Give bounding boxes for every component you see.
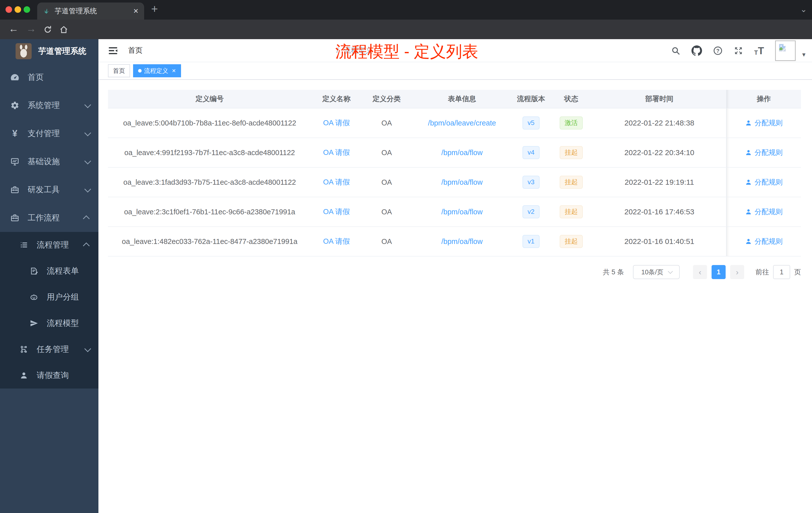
new-tab-button[interactable]: + <box>151 2 158 16</box>
sidebar-item-user-group[interactable]: 用户分组 <box>0 284 98 310</box>
avatar-caret-icon[interactable]: ▾ <box>802 51 806 58</box>
tab-close-icon[interactable]: ✕ <box>133 7 139 15</box>
sidebar-item-leave-query[interactable]: 请假查询 <box>0 362 98 389</box>
forward-icon[interactable]: → <box>26 23 36 34</box>
tag-process-definition[interactable]: 流程定义 ✕ <box>133 64 181 77</box>
sidebar-item-home[interactable]: 首页 <box>0 63 98 91</box>
form-link[interactable]: /bpm/oa/flow <box>441 237 483 246</box>
sidebar-item-workflow[interactable]: 工作流程 <box>0 204 98 232</box>
tab-search-icon[interactable]: ⌄ <box>800 4 807 14</box>
sidebar-item-process-model[interactable]: 流程模型 <box>0 310 98 336</box>
chevron-down-icon <box>84 345 91 352</box>
deploy-time: 2022-01-22 20:34:10 <box>592 148 726 157</box>
workflow-submenu: 流程管理 流程表单 <box>0 232 98 389</box>
tag-label: 首页 <box>113 67 125 75</box>
version-badge: v4 <box>522 146 539 159</box>
font-size-icon[interactable]: TT <box>754 46 764 56</box>
definition-category: OA <box>361 178 412 186</box>
breadcrumb-home[interactable]: 首页 <box>128 46 331 56</box>
mac-close-button[interactable] <box>5 6 12 13</box>
sidebar-item-infra[interactable]: 基础设施 <box>0 148 98 176</box>
definition-name-link[interactable]: OA 请假 <box>323 118 350 128</box>
assign-rule-button[interactable]: 分配规则 <box>745 148 783 157</box>
tab-title: 芋道管理系统 <box>55 6 133 16</box>
toolbox-icon <box>10 213 20 222</box>
goto-page-input[interactable] <box>773 265 790 279</box>
tag-label: 流程定义 <box>144 67 168 75</box>
version-badge: v1 <box>522 235 539 248</box>
sidebar-item-label: 流程表单 <box>47 266 79 277</box>
col-header: 部署时间 <box>592 94 726 104</box>
definition-name-link[interactable]: OA 请假 <box>323 177 350 187</box>
assign-rule-label: 分配规则 <box>754 148 783 157</box>
definition-name-link[interactable]: OA 请假 <box>323 207 350 217</box>
mac-zoom-button[interactable] <box>24 6 30 13</box>
form-edit-icon <box>29 266 39 276</box>
sidebar-item-task-mgmt[interactable]: 任务管理 <box>0 336 98 362</box>
svg-text:?: ? <box>716 48 719 54</box>
assign-rule-button[interactable]: 分配规则 <box>745 177 783 187</box>
chevron-down-icon <box>84 186 91 192</box>
status-badge: 挂起 <box>560 146 583 159</box>
sidebar-item-process-mgmt[interactable]: 流程管理 <box>0 232 98 258</box>
form-link[interactable]: /bpm/oa/flow <box>441 208 483 216</box>
definition-category: OA <box>361 149 412 157</box>
chevron-up-icon <box>83 215 90 222</box>
assign-rule-label: 分配规则 <box>754 177 783 187</box>
col-header: 操作 <box>726 90 801 108</box>
page-size-select[interactable]: 10条/页 <box>633 265 680 279</box>
search-icon[interactable] <box>671 46 680 56</box>
back-icon[interactable]: ← <box>8 23 19 34</box>
definition-id: oa_leave:3:1fad3d93-7b75-11ec-a3c8-acde4… <box>108 178 311 186</box>
form-link[interactable]: /bpm/oa/leave/create <box>428 119 496 127</box>
prev-page-button[interactable]: ‹ <box>693 265 707 279</box>
form-link[interactable]: /bpm/oa/flow <box>441 149 483 157</box>
assign-rule-button[interactable]: 分配规则 <box>745 207 783 217</box>
col-header: 状态 <box>550 94 592 104</box>
assign-rule-label: 分配规则 <box>754 207 783 217</box>
home-icon[interactable] <box>59 25 68 34</box>
person-icon <box>745 119 752 126</box>
mac-minimize-button[interactable] <box>14 6 21 13</box>
avatar[interactable] <box>775 40 796 61</box>
gear-icon <box>10 101 20 110</box>
chevron-down-icon <box>84 129 91 136</box>
sidebar-logo[interactable]: 芋道管理系统 <box>0 39 98 63</box>
form-link[interactable]: /bpm/oa/flow <box>441 178 483 186</box>
tag-close-icon[interactable]: ✕ <box>172 68 176 74</box>
definition-category: OA <box>361 237 412 246</box>
toolbox-icon <box>10 185 20 194</box>
list-icon <box>19 240 29 250</box>
next-page-button[interactable]: › <box>730 265 744 279</box>
help-icon[interactable]: ? <box>713 46 723 56</box>
status-badge: 激活 <box>560 117 583 129</box>
robot-face-icon <box>29 292 39 302</box>
github-icon[interactable] <box>692 46 702 56</box>
definition-name-link[interactable]: OA 请假 <box>323 236 350 246</box>
definition-name-link[interactable]: OA 请假 <box>323 148 350 158</box>
assign-rule-button[interactable]: 分配规则 <box>745 118 783 128</box>
app-title: 芋道管理系统 <box>38 46 86 57</box>
current-page-button[interactable]: 1 <box>712 265 726 279</box>
sidebar-item-process-form[interactable]: 流程表单 <box>0 258 98 284</box>
sidebar-collapse-icon[interactable] <box>108 45 118 56</box>
fullscreen-icon[interactable] <box>734 46 743 56</box>
browser-tab[interactable]: 芋道管理系统 ✕ <box>37 2 144 20</box>
col-header: 定义名称 <box>311 94 361 104</box>
tag-home[interactable]: 首页 <box>108 64 130 77</box>
favicon-plant-icon <box>43 7 50 15</box>
col-header: 定义编号 <box>108 94 311 104</box>
sidebar-item-payment[interactable]: ¥ 支付管理 <box>0 119 98 148</box>
table-row: oa_leave:1:482ec033-762a-11ec-8477-a2380… <box>108 227 801 256</box>
tags-view-bar: 首页 流程定义 ✕ <box>98 62 812 80</box>
assign-rule-button[interactable]: 分配规则 <box>745 237 783 246</box>
sidebar-item-devtools[interactable]: 研发工具 <box>0 176 98 204</box>
chevron-down-icon <box>84 158 91 164</box>
top-navbar: 首页 / 流程定义 流程模型 - 定义列表 ? TT <box>98 39 812 62</box>
chevron-down-icon <box>668 269 673 274</box>
definition-id: oa_leave:5:004b710b-7b8a-11ec-8ef0-acde4… <box>108 119 311 127</box>
reload-icon[interactable] <box>43 25 52 34</box>
page-size-value: 10条/页 <box>641 268 663 277</box>
sidebar-item-label: 支付管理 <box>28 128 60 139</box>
sidebar-item-system[interactable]: 系统管理 <box>0 91 98 119</box>
